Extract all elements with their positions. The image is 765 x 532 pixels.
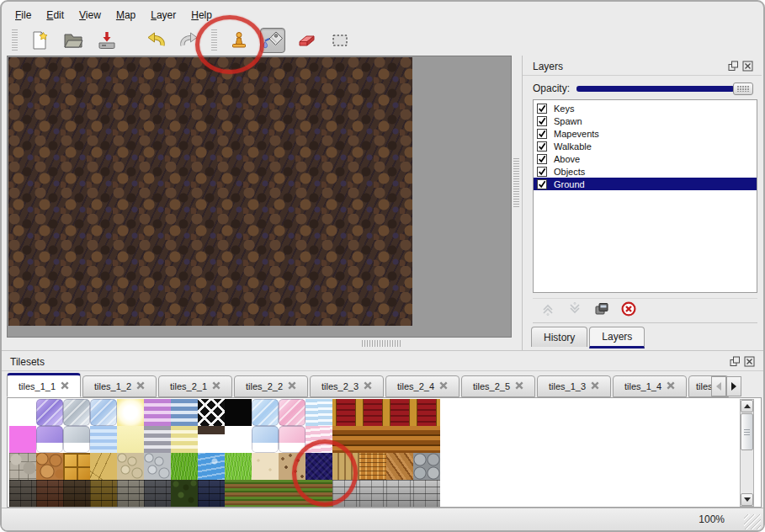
tileset-scrollbar[interactable] [740,399,754,507]
tile-herringbone[interactable] [386,453,413,480]
tile-glass-purple-sm[interactable] [36,426,63,453]
splitter-grip-icon[interactable] [513,158,519,207]
tile-black[interactable] [225,399,252,426]
layer-row-above[interactable]: Above [534,152,757,165]
tab-close-icon[interactable] [439,381,448,391]
tab-close-icon[interactable] [288,381,296,391]
tile-carpet-red[interactable] [413,399,440,426]
tile-furrows[interactable] [252,480,279,507]
tile-cobble-orange[interactable] [36,453,63,480]
tileset-tab-tiles_1_1[interactable]: tiles_1_1 [7,373,81,397]
layer-delete-button[interactable] [620,302,637,319]
tile-brick-slate[interactable] [144,480,171,507]
scroll-tabs-left-button[interactable] [711,376,726,396]
tile-glass-purple[interactable] [36,399,63,426]
layer-row-objects[interactable]: Objects [534,165,757,178]
tile-stripes-blue[interactable] [171,399,198,426]
opacity-slider[interactable] [576,82,753,95]
tile-brick-gold[interactable] [90,480,117,507]
tile-glass-gray[interactable] [63,399,90,426]
tab-close-icon[interactable] [61,381,69,391]
tile-stripes-ice[interactable] [305,399,332,426]
undo-button[interactable] [143,28,168,53]
tileset-tab-tiles_1_4[interactable]: tiles_1_4 [613,375,687,397]
tab-close-icon[interactable] [212,381,220,391]
layer-visibility-checkbox[interactable] [537,116,547,126]
tileset-tab-tiles_2_2[interactable]: tiles_2_2 [234,375,308,397]
menu-edit[interactable]: Edit [40,7,71,24]
tile-wood-planks[interactable] [413,426,440,453]
horizontal-splitter[interactable] [7,338,520,349]
tile-brick-gray[interactable] [413,480,440,507]
tile-pebbles-gray[interactable] [144,453,171,480]
tab-close-icon[interactable] [364,381,372,391]
map-viewport[interactable] [7,56,512,338]
tab-close-icon[interactable] [136,381,145,391]
layer-row-keys[interactable]: Keys [534,102,757,114]
tab-close-icon[interactable] [667,381,675,391]
tile-stones-round[interactable] [413,453,440,480]
layer-visibility-checkbox[interactable] [537,141,547,152]
layer-visibility-checkbox[interactable] [537,179,547,189]
tile-carpet-red[interactable] [386,399,413,426]
rect-select-tool-button[interactable] [327,28,353,53]
tile-stripes-purple[interactable] [144,399,171,426]
layer-duplicate-button[interactable] [593,302,610,319]
opacity-slider-handle[interactable] [733,82,753,95]
tile-stone-cracked[interactable] [90,453,117,480]
tile-stone-blocks[interactable] [9,453,36,480]
tile-stripes-gray[interactable] [144,426,171,453]
layer-visibility-checkbox[interactable] [537,167,547,177]
tileset-tab-tiles_1_3[interactable]: tiles_1_3 [537,375,611,397]
tile-plaque[interactable] [198,426,225,453]
tile-brick-darkgray[interactable] [9,480,36,507]
tile-empty[interactable] [225,426,252,453]
tab-close-icon[interactable] [591,381,599,391]
resize-grip[interactable] [744,514,761,529]
tileset-tab-tiles_2_1[interactable]: tiles_2_1 [158,375,232,397]
tileset-tab-tiles_2_5[interactable]: tiles_2_5 [461,375,535,397]
tile-wood-planks[interactable] [359,426,386,453]
tile-wood-planks[interactable] [386,426,413,453]
tileset-tab-tiles_2_3[interactable]: tiles_2_3 [310,375,384,397]
new-file-button[interactable] [27,28,52,53]
menu-view[interactable]: View [72,7,108,24]
tile-brick-rust[interactable] [36,480,63,507]
tile-basket-weave[interactable] [359,453,386,480]
layer-visibility-checkbox[interactable] [537,129,547,139]
tile-water-stripes[interactable] [90,426,117,453]
tile-glass-pink[interactable] [279,399,305,426]
tile-brick-gray[interactable] [386,480,413,507]
tile-sand[interactable] [252,453,279,480]
tile-brick-gray[interactable] [359,480,386,507]
tileset-tab-tiles_1_2[interactable]: tiles_1_2 [82,375,157,397]
tile-water[interactable] [198,453,225,480]
tile-magenta[interactable] [9,426,36,453]
tile-tiles-gold[interactable] [63,453,90,480]
close-panel-icon[interactable] [744,356,755,367]
splitter-grip-icon[interactable] [362,340,401,347]
tile-furrows[interactable] [225,480,252,507]
tileset-tab-tiles_2_4[interactable]: tiles_2_4 [385,375,460,397]
tile-glass-gray-sm[interactable] [63,426,90,453]
tile-hedge[interactable] [171,480,198,507]
scroll-tabs-right-button[interactable] [726,376,741,396]
tab-close-icon[interactable] [515,381,523,391]
menu-map[interactable]: Map [109,7,142,24]
scroll-up-button[interactable] [741,400,753,412]
float-panel-icon[interactable] [728,61,739,72]
layer-row-spawn[interactable]: Spawn [534,114,757,127]
tile-lattice[interactable] [198,399,225,426]
dock-tab-history[interactable]: History [531,327,587,347]
scrollbar-thumb[interactable] [741,413,753,450]
layer-row-mapevents[interactable]: Mapevents [534,127,757,140]
tile-grass[interactable] [171,453,198,480]
float-panel-icon[interactable] [730,356,741,367]
tile-pebbles-beige[interactable] [117,453,144,480]
tile-pale-yellow[interactable] [117,426,144,453]
tile-carpet-red[interactable] [332,399,359,426]
layer-row-walkable[interactable]: Walkable [534,140,757,152]
layer-visibility-checkbox[interactable] [537,104,547,114]
eraser-tool-button[interactable] [294,28,319,53]
tile-brick-stone[interactable] [117,480,144,507]
